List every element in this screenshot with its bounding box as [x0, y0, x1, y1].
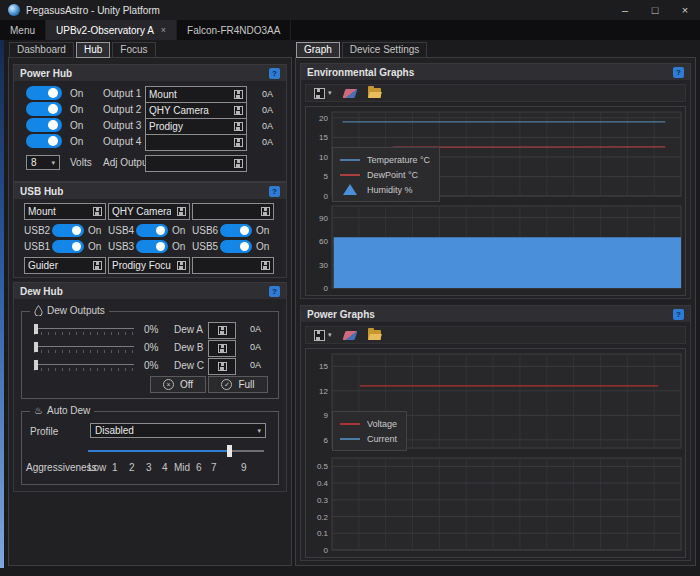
adj-output-group [145, 155, 247, 172]
adj-output-row: 8 ▾ Volts Adj Output [14, 155, 286, 170]
dew-a-slider[interactable] [34, 324, 134, 336]
output1-name-group [145, 86, 247, 103]
tab-graph[interactable]: Graph [296, 42, 340, 58]
svg-text:15: 15 [319, 362, 328, 371]
floppy-icon [261, 207, 270, 216]
save-button[interactable] [231, 119, 246, 134]
usb2-toggle[interactable] [52, 224, 84, 237]
volts-value: 8 [31, 157, 37, 168]
floppy-icon [218, 344, 227, 353]
dew-b-slider[interactable] [34, 342, 134, 354]
usb-top-name-3[interactable] [193, 204, 258, 219]
slider-handle[interactable] [227, 445, 232, 457]
tab-focus[interactable]: Focus [112, 42, 155, 58]
dew-b-save-group [208, 340, 236, 357]
usb-bottom-name-3[interactable] [193, 258, 258, 273]
power-output-row: On Output 4 0A [14, 134, 286, 149]
save-button[interactable] [258, 258, 273, 273]
open-folder-icon[interactable] [368, 88, 381, 98]
svg-text:0.5: 0.5 [317, 462, 329, 471]
save-button[interactable] [231, 135, 246, 150]
floppy-icon [234, 159, 243, 168]
aggressiveness-slider[interactable] [88, 445, 264, 457]
volts-dropdown[interactable]: 8 ▾ [26, 155, 60, 170]
tab-dashboard[interactable]: Dashboard [9, 42, 74, 58]
usb-name-group [108, 203, 190, 220]
save-button[interactable] [215, 323, 230, 338]
save-button[interactable] [90, 258, 105, 273]
dew-full-button[interactable]: ✓ Full [208, 376, 268, 393]
slider-handle[interactable] [34, 324, 38, 334]
dew-b-percent: 0% [144, 342, 158, 353]
dew-hub-section: Dew Hub ? Dew Outputs 0% Dew A 0A 0% Dew… [13, 282, 287, 492]
scale-6: 6 [196, 462, 202, 473]
tab-menu[interactable]: Menu [0, 20, 46, 40]
help-icon[interactable]: ? [673, 67, 684, 78]
auto-dew-label: Auto Dew [47, 405, 90, 416]
output3-toggle[interactable] [26, 118, 62, 132]
save-button[interactable] [215, 341, 230, 356]
output1-name-input[interactable] [146, 87, 231, 102]
save-button[interactable] [174, 258, 189, 273]
usb-top-name-2[interactable] [109, 204, 174, 219]
help-icon[interactable]: ? [269, 286, 280, 297]
output2-toggle[interactable] [26, 102, 62, 116]
close-button[interactable]: × [670, 0, 700, 20]
usb4-toggle[interactable] [136, 224, 168, 237]
hub-panel: Power Hub ? On Output 1 0A On Output 2 0… [8, 57, 292, 566]
tab-upbv2-observatory-a[interactable]: UPBv2-Observatory A × [46, 20, 177, 40]
save-button[interactable] [258, 204, 273, 219]
usb-bottom-name-2[interactable] [109, 258, 174, 273]
output4-name-input[interactable] [146, 135, 231, 150]
floppy-icon [234, 138, 243, 147]
tab-falcon[interactable]: Falcon-FR4NDO3AA [177, 20, 291, 40]
output4-name-group [145, 134, 247, 151]
open-folder-icon[interactable] [368, 330, 381, 340]
usb-bottom-name-1[interactable] [25, 258, 90, 273]
usb-top-name-1[interactable] [25, 204, 90, 219]
power-charts-box: 151296VoltageCurrent 0.50.40.30.20.10 [305, 348, 686, 558]
chevron-down-icon: ▾ [328, 89, 332, 97]
svg-text:5: 5 [324, 172, 329, 181]
slider-handle[interactable] [34, 342, 38, 352]
output2-name-input[interactable] [146, 103, 231, 118]
output4-current: 0A [262, 137, 273, 147]
tab-device-settings[interactable]: Device Settings [342, 42, 427, 58]
usb-name-group [192, 257, 274, 274]
minimize-button[interactable]: – [610, 0, 640, 20]
clear-graph-icon[interactable] [342, 331, 357, 340]
save-button[interactable] [231, 87, 246, 102]
dew-outputs-group: Dew Outputs 0% Dew A 0A 0% Dew B 0A 0% D… [21, 311, 279, 399]
help-icon[interactable]: ? [269, 68, 280, 79]
adj-output-input[interactable] [146, 156, 231, 171]
clear-graph-icon[interactable] [342, 89, 357, 98]
help-icon[interactable]: ? [269, 186, 280, 197]
tab-close-icon[interactable]: × [161, 25, 166, 35]
save-button[interactable] [174, 204, 189, 219]
save-button[interactable] [215, 359, 230, 374]
help-icon[interactable]: ? [673, 309, 684, 320]
save-button[interactable] [90, 204, 105, 219]
output3-name-input[interactable] [146, 119, 231, 134]
usb5-toggle[interactable] [220, 240, 252, 253]
tab-hub[interactable]: Hub [76, 42, 110, 58]
usb6-toggle[interactable] [220, 224, 252, 237]
output2-name-group [145, 102, 247, 119]
dew-c-slider[interactable] [34, 360, 134, 372]
save-graph-button[interactable]: ▾ [314, 330, 332, 341]
usb2-label: USB2 [24, 225, 50, 236]
save-button[interactable] [231, 103, 246, 118]
slider-handle[interactable] [34, 360, 38, 370]
usb3-toggle[interactable] [136, 240, 168, 253]
maximize-button[interactable]: □ [640, 0, 670, 20]
floppy-icon [314, 88, 325, 99]
scale-7: 7 [211, 462, 217, 473]
output1-toggle[interactable] [26, 86, 62, 100]
output4-toggle[interactable] [26, 134, 62, 148]
dew-off-button[interactable]: × Off [150, 376, 206, 393]
heat-icon: ♨ [34, 405, 43, 416]
save-button[interactable] [231, 156, 246, 171]
usb1-toggle[interactable] [52, 240, 84, 253]
profile-dropdown[interactable]: Disabled ▾ [90, 423, 266, 438]
save-graph-button[interactable]: ▾ [314, 88, 332, 99]
